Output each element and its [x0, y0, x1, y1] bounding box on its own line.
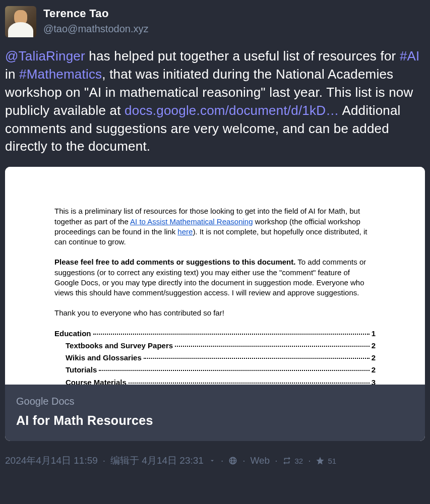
toc-page: 3 — [372, 377, 376, 385]
separator: · — [308, 455, 311, 466]
toc-row: Education1 — [54, 329, 376, 339]
client-name: Web — [250, 455, 270, 466]
doc-bold: Please feel free to add comments or sugg… — [54, 258, 295, 266]
timestamp[interactable]: 2024年4月14日 11:59 — [5, 454, 98, 467]
toc-row: Tutorials2 — [54, 365, 376, 375]
mention-link[interactable]: @TaliaRinger — [5, 48, 85, 64]
toc-dots — [175, 346, 370, 347]
link-preview-card[interactable]: This is a preliminary list of resources … — [5, 167, 425, 441]
toc-row: Course Materials3 — [54, 377, 376, 385]
star-icon[interactable] — [316, 456, 325, 465]
card-preview-image: This is a preliminary list of resources … — [5, 167, 425, 385]
doc-text: Thank you to everyone who has contribute… — [54, 308, 376, 318]
boost-icon[interactable] — [282, 456, 291, 465]
toc-row: Textbooks and Survey Papers2 — [54, 341, 376, 351]
card-footer: Google Docs AI for Math Resources — [5, 385, 425, 441]
doc-link: AI to Assist Mathematical Reasoning — [130, 217, 253, 226]
toc-dots — [99, 370, 369, 371]
card-source: Google Docs — [16, 396, 414, 407]
hashtag-mathematics[interactable]: #Mathematics — [19, 67, 102, 82]
card-title: AI for Math Resources — [16, 413, 414, 428]
doc-link: here — [177, 227, 193, 236]
toc-dots — [93, 334, 370, 335]
toc-page: 2 — [372, 341, 376, 351]
toc-page: 2 — [372, 353, 376, 363]
toc-label: Tutorials — [66, 365, 97, 375]
separator: · — [275, 455, 277, 466]
hashtag-ai[interactable]: #AI — [400, 48, 420, 64]
edited-label: 编辑于 4月14日 23:31 — [110, 454, 204, 467]
separator: · — [221, 455, 223, 466]
body-text: has helped put together a useful list of… — [85, 48, 400, 64]
toc-label: Education — [54, 329, 91, 339]
separator: · — [103, 455, 105, 466]
external-link[interactable]: docs.google.com/document/d/1kD… — [125, 103, 339, 118]
toc-page: 1 — [372, 329, 376, 339]
author-handle: @tao@mathstodon.xyz — [43, 23, 148, 35]
body-text: in — [5, 67, 19, 82]
chevron-down-icon[interactable] — [209, 457, 216, 464]
toc-label: Textbooks and Survey Papers — [66, 341, 173, 351]
boost-count: 32 — [294, 457, 303, 465]
fav-count: 51 — [328, 457, 336, 465]
separator: · — [242, 455, 245, 466]
post-content: @TaliaRinger has helped put together a u… — [5, 47, 425, 156]
globe-icon — [228, 456, 237, 465]
toc-dots — [144, 358, 370, 359]
table-of-contents: Education1Textbooks and Survey Papers2Wi… — [54, 329, 376, 385]
toc-label: Wikis and Glossaries — [66, 353, 142, 363]
toc-page: 2 — [372, 365, 376, 375]
display-name: Terence Tao — [43, 7, 148, 20]
post-meta: 2024年4月14日 11:59 · 编辑于 4月14日 23:31 · · W… — [5, 454, 425, 467]
toc-label: Course Materials — [66, 377, 127, 385]
post-header: Terence Tao @tao@mathstodon.xyz — [5, 6, 425, 37]
avatar[interactable] — [5, 6, 36, 37]
toc-dots — [129, 383, 370, 384]
toc-row: Wikis and Glossaries2 — [54, 353, 376, 363]
author-block[interactable]: Terence Tao @tao@mathstodon.xyz — [43, 6, 148, 37]
